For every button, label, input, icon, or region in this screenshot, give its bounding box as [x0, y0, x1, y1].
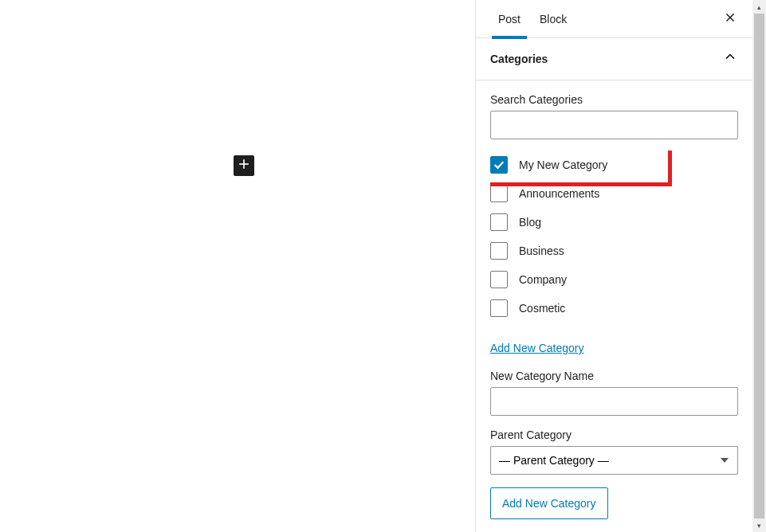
category-row: Cosmetic	[490, 294, 738, 323]
category-label: Cosmetic	[519, 302, 565, 315]
settings-sidebar: Post Block Categories Search Categories …	[475, 0, 752, 532]
sidebar-tabs: Post Block	[476, 0, 752, 38]
chevron-up-icon	[722, 49, 738, 68]
tab-post[interactable]: Post	[489, 0, 530, 38]
search-categories-label: Search Categories	[490, 93, 738, 106]
category-label: My New Category	[519, 158, 607, 171]
categories-panel-body: Search Categories My New Category Announ…	[476, 80, 752, 532]
scroll-down-arrow[interactable]: ▾	[752, 518, 766, 532]
category-label: Business	[519, 244, 564, 257]
category-checkbox-my-new-category[interactable]	[490, 156, 508, 174]
parent-category-select[interactable]: — Parent Category —	[490, 446, 738, 475]
close-sidebar-button[interactable]	[721, 10, 740, 29]
category-row: Announcements	[490, 179, 738, 208]
add-new-category-button[interactable]: Add New Category	[490, 487, 608, 519]
parent-category-section: Parent Category — Parent Category —	[490, 428, 738, 475]
search-categories-input[interactable]	[490, 111, 738, 139]
category-row: My New Category	[490, 151, 738, 179]
category-label: Blog	[519, 216, 541, 229]
category-checkbox-business[interactable]	[490, 242, 508, 260]
category-checkbox-cosmetic[interactable]	[490, 299, 508, 317]
category-checkbox-blog[interactable]	[490, 213, 508, 231]
add-block-button[interactable]	[234, 155, 254, 176]
categories-list[interactable]: My New Category Announcements Blog Busin…	[490, 151, 738, 324]
category-row: Business	[490, 237, 738, 265]
category-row: Company	[490, 265, 738, 294]
plus-icon	[236, 156, 252, 175]
category-checkbox-announcements[interactable]	[490, 185, 508, 202]
parent-category-label: Parent Category	[490, 428, 738, 441]
panel-title: Categories	[490, 53, 548, 65]
category-label: Company	[519, 273, 567, 286]
page-scrollbar[interactable]: ▴ ▾	[752, 0, 766, 532]
scroll-up-arrow[interactable]: ▴	[752, 0, 766, 14]
categories-panel-toggle[interactable]: Categories	[476, 38, 752, 80]
new-category-section: New Category Name	[490, 370, 738, 416]
new-category-name-input[interactable]	[490, 387, 738, 416]
category-row: Blog	[490, 208, 738, 237]
category-checkbox-company[interactable]	[490, 271, 508, 288]
scroll-thumb[interactable]	[754, 14, 764, 518]
category-label: Announcements	[519, 187, 599, 200]
editor-canvas	[0, 0, 474, 532]
tab-block[interactable]: Block	[530, 0, 576, 38]
check-icon	[492, 158, 506, 172]
close-icon	[723, 10, 737, 28]
add-new-category-link[interactable]: Add New Category	[490, 342, 584, 354]
new-category-name-label: New Category Name	[490, 370, 738, 382]
